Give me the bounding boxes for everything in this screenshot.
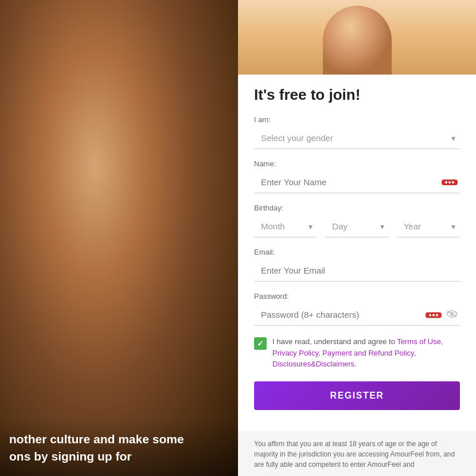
dot1	[445, 181, 447, 184]
password-label: Password:	[254, 292, 460, 301]
day-select[interactable]: Day for(let i=1;i<=31;i++) document.writ…	[325, 216, 388, 237]
birthday-label: Birthday:	[254, 204, 460, 212]
dot3	[452, 181, 454, 184]
name-input[interactable]	[254, 171, 460, 193]
password-dots-button[interactable]	[426, 312, 442, 318]
year-col: Year for(let y=2006;y>=1924;y--) documen…	[397, 216, 460, 237]
profile-image-header	[238, 0, 476, 75]
registration-panel: It's free to join! I am: Select your gen…	[238, 0, 476, 476]
pw-dot2	[432, 314, 435, 316]
name-input-wrapper	[254, 171, 460, 193]
name-group: Name:	[254, 159, 460, 193]
gender-group: I am: Select your gender Man Woman Non-b…	[254, 115, 460, 149]
tagline-line1: nother culture and make some	[9, 432, 184, 446]
terms-row: I have read, understand and agree to Ter…	[254, 336, 460, 370]
tagline-line2: ons by signing up for	[9, 450, 132, 463]
month-select-wrapper: Month January February March April May J…	[254, 216, 317, 237]
day-col: Day for(let i=1;i<=31;i++) document.writ…	[325, 216, 388, 237]
eye-icon	[446, 310, 458, 318]
gender-select[interactable]: Select your gender Man Woman Non-binary	[254, 127, 460, 149]
gender-label: I am:	[254, 115, 460, 124]
disclosures-link[interactable]: Disclosures&Disclaimers.	[272, 360, 357, 368]
form-title: It's free to join!	[254, 86, 460, 104]
name-label: Name:	[254, 159, 460, 168]
bottom-disclaimer: You affirm that you are at least 18 year…	[238, 431, 476, 477]
password-group: Password:	[254, 292, 460, 326]
year-select[interactable]: Year for(let y=2006;y>=1924;y--) documen…	[397, 216, 460, 237]
email-group: Email:	[254, 248, 460, 282]
dot2	[448, 181, 451, 184]
tagline-overlay: nother culture and make some ons by sign…	[0, 419, 238, 476]
terms-text: I have read, understand and agree to Ter…	[272, 336, 460, 370]
terms-prefix: I have read, understand and agree to	[272, 337, 397, 346]
month-select[interactable]: Month January February March April May J…	[254, 216, 317, 237]
day-select-wrapper: Day for(let i=1;i<=31;i++) document.writ…	[325, 216, 388, 237]
terms-checkbox[interactable]	[254, 337, 267, 350]
birthday-group: Birthday: Month January February March A…	[254, 204, 460, 237]
email-input[interactable]	[254, 260, 460, 282]
password-wrapper	[254, 304, 460, 326]
background-photo	[0, 0, 238, 476]
month-col: Month January February March April May J…	[254, 216, 317, 237]
password-actions	[426, 309, 458, 321]
pw-dot1	[429, 314, 431, 316]
gender-select-wrapper: Select your gender Man Woman Non-binary	[254, 127, 460, 149]
privacy-policy-link[interactable]: Privacy Policy	[272, 349, 318, 357]
register-button[interactable]: REGISTER	[254, 381, 460, 410]
year-select-wrapper: Year for(let y=2006;y>=1924;y--) documen…	[397, 216, 460, 237]
registration-form: It's free to join! I am: Select your gen…	[238, 75, 476, 431]
birthday-row: Month January February March April May J…	[254, 216, 460, 237]
email-label: Email:	[254, 248, 460, 256]
terms-comma3: ,	[414, 349, 416, 357]
disclaimer-text: You affirm that you are at least 18 year…	[254, 440, 455, 469]
pw-dot3	[436, 314, 438, 316]
name-dots-button[interactable]	[442, 180, 458, 185]
password-visibility-toggle[interactable]	[446, 309, 458, 321]
terms-of-use-link[interactable]: Terms of Use	[397, 337, 441, 346]
terms-comma1: ,	[441, 337, 443, 346]
refund-policy-link[interactable]: Payment and Refund Policy	[322, 349, 413, 357]
